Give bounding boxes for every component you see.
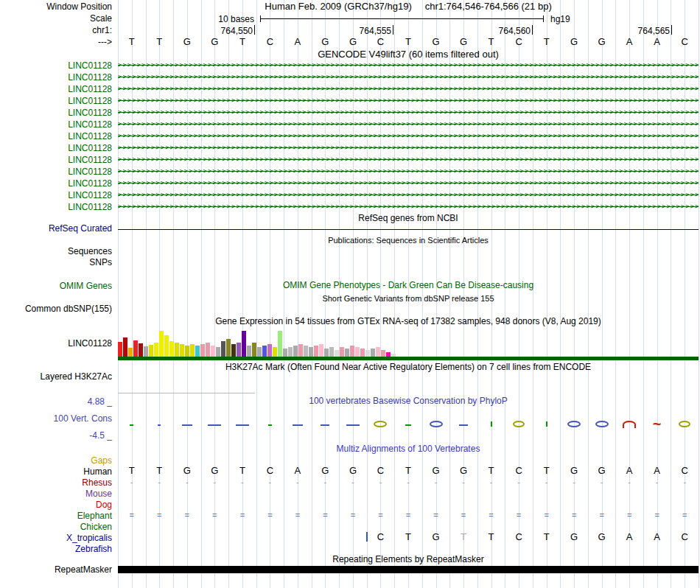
gtex-expression-bar[interactable] <box>267 344 272 357</box>
gencode-item-label[interactable]: LINC01128 <box>0 96 112 106</box>
gtex-expression-bar[interactable] <box>164 335 169 357</box>
gtex-gene-model-bar[interactable] <box>118 357 699 360</box>
gtex-expression-bar[interactable] <box>175 343 179 357</box>
gencode-transcript-arrows[interactable]: >>>>>>>>>>>>>>>>>>>>>>>>>>>>>>>>>>>>>>>>… <box>118 166 699 176</box>
gtex-expression-bar[interactable] <box>278 331 282 357</box>
gencode-item-label[interactable]: LINC01128 <box>0 178 112 189</box>
multiz-species-label[interactable]: X_tropicalis <box>0 533 112 543</box>
gtex-expression-bar[interactable] <box>118 342 122 357</box>
gencode-transcript-arrows[interactable]: >>>>>>>>>>>>>>>>>>>>>>>>>>>>>>>>>>>>>>>>… <box>118 154 699 164</box>
gencode-transcript-arrows[interactable]: >>>>>>>>>>>>>>>>>>>>>>>>>>>>>>>>>>>>>>>>… <box>118 71 699 82</box>
publications-snps-label[interactable]: SNPs <box>0 258 112 267</box>
gencode-item-label[interactable]: LINC01128 <box>0 119 112 130</box>
dbsnp-track-title[interactable]: Short Genetic Variants from dbSNP releas… <box>118 294 699 304</box>
gtex-expression-bar[interactable] <box>288 347 293 357</box>
gtex-expression-bar[interactable] <box>324 349 329 357</box>
multiz-species-label[interactable]: Human <box>0 466 112 477</box>
gencode-transcript-arrows[interactable]: >>>>>>>>>>>>>>>>>>>>>>>>>>>>>>>>>>>>>>>>… <box>118 95 699 105</box>
gencode-item-label[interactable]: LINC01128 <box>0 143 112 153</box>
gtex-expression-chart[interactable] <box>118 329 699 357</box>
gencode-item-label[interactable]: LINC01128 <box>0 131 112 141</box>
refseq-curated-label[interactable]: RefSeq Curated <box>0 224 112 234</box>
gtex-expression-bar[interactable] <box>231 344 236 357</box>
gtex-expression-bar[interactable] <box>159 331 164 357</box>
gtex-expression-bar[interactable] <box>314 346 318 357</box>
multiz-species-label[interactable]: Chicken <box>0 522 112 532</box>
gencode-item-label[interactable]: LINC01128 <box>0 202 112 212</box>
gtex-expression-bar[interactable] <box>381 350 385 357</box>
gtex-expression-bar[interactable] <box>200 344 205 357</box>
gtex-track-title[interactable]: Gene Expression in 54 tissues from GTEx … <box>118 317 699 326</box>
phylop-track-label[interactable]: 100 Vert. Cons <box>0 414 112 424</box>
gtex-expression-bar[interactable] <box>185 346 189 357</box>
gtex-expression-bar[interactable] <box>133 340 138 357</box>
refseq-track-title[interactable]: RefSeq genes from NCBI <box>118 214 699 223</box>
gtex-expression-bar[interactable] <box>340 347 344 357</box>
gtex-expression-bar[interactable] <box>365 350 370 357</box>
gencode-item-label[interactable]: LINC01128 <box>0 190 112 200</box>
gtex-expression-bar[interactable] <box>221 341 225 357</box>
gtex-expression-bar[interactable] <box>257 347 262 357</box>
gencode-item-label[interactable]: LINC01128 <box>0 84 112 94</box>
gtex-expression-bar[interactable] <box>247 346 251 357</box>
gtex-expression-bar[interactable] <box>262 346 267 357</box>
gencode-item-label[interactable]: LINC01128 <box>0 60 112 71</box>
omim-genes-label[interactable]: OMIM Genes <box>0 281 112 291</box>
publications-track-title[interactable]: Publications: Sequences in Scientific Ar… <box>118 236 699 245</box>
gencode-item-label[interactable]: LINC01128 <box>0 155 112 165</box>
gtex-expression-bar[interactable] <box>149 345 153 357</box>
gtex-expression-bar[interactable] <box>180 344 184 357</box>
gencode-item-label[interactable]: LINC01128 <box>0 167 112 177</box>
gtex-expression-bar[interactable] <box>319 344 323 357</box>
gencode-transcript-arrows[interactable]: >>>>>>>>>>>>>>>>>>>>>>>>>>>>>>>>>>>>>>>>… <box>118 142 699 153</box>
h3k27ac-label[interactable]: Layered H3K27Ac <box>0 372 112 382</box>
multiz-species-label[interactable]: Zebrafish <box>0 544 112 554</box>
repeatmasker-item-bar[interactable] <box>118 566 699 573</box>
multiz-track-title[interactable]: Multiz Alignments of 100 Vertebrates <box>118 444 699 454</box>
gencode-transcript-arrows[interactable]: >>>>>>>>>>>>>>>>>>>>>>>>>>>>>>>>>>>>>>>>… <box>118 119 699 129</box>
genome-browser-image[interactable]: Window Position Human Feb. 2009 (GRCh37/… <box>0 0 700 588</box>
dbsnp-label[interactable]: Common dbSNP(155) <box>0 304 112 314</box>
gtex-expression-bar[interactable] <box>144 346 148 357</box>
gtex-expression-bar[interactable] <box>309 347 313 357</box>
gtex-expression-bar[interactable] <box>252 343 256 357</box>
gencode-item-label[interactable]: LINC01128 <box>0 108 112 118</box>
gtex-expression-bar[interactable] <box>283 349 287 357</box>
phylop-conservation-marks[interactable]: ~ <box>118 416 699 433</box>
h3k27ac-track-title[interactable]: H3K27Ac Mark (Often Found Near Active Re… <box>118 363 699 372</box>
multiz-species-label[interactable]: Rhesus <box>0 477 112 488</box>
gtex-expression-bar[interactable] <box>242 331 246 357</box>
gtex-expression-bar[interactable] <box>376 347 380 357</box>
refseq-curated-item[interactable] <box>118 229 699 230</box>
gtex-expression-bar[interactable] <box>371 349 375 357</box>
gtex-expression-bar[interactable] <box>335 350 339 357</box>
phylop-track-title[interactable]: 100 vertebrates Basewise Conservation by… <box>118 396 699 406</box>
gencode-track-title[interactable]: GENCODE V49lift37 (60 items filtered out… <box>118 49 699 59</box>
gtex-expression-bar[interactable] <box>211 346 215 357</box>
gtex-expression-bar[interactable] <box>345 349 349 357</box>
gtex-expression-bar[interactable] <box>206 343 210 357</box>
gtex-expression-bar[interactable] <box>293 346 298 357</box>
gtex-expression-bar[interactable] <box>360 349 365 357</box>
repeatmasker-track-title[interactable]: Repeating Elements by RepeatMasker <box>118 555 699 564</box>
gencode-transcript-arrows[interactable]: >>>>>>>>>>>>>>>>>>>>>>>>>>>>>>>>>>>>>>>>… <box>118 201 699 211</box>
gencode-transcript-arrows[interactable]: >>>>>>>>>>>>>>>>>>>>>>>>>>>>>>>>>>>>>>>>… <box>118 178 699 188</box>
multiz-species-label[interactable]: Gaps <box>0 455 112 466</box>
gtex-expression-bar[interactable] <box>154 343 158 357</box>
gtex-expression-bar[interactable] <box>273 347 277 357</box>
gtex-expression-bar[interactable] <box>123 337 127 357</box>
gtex-expression-bar[interactable] <box>304 346 308 357</box>
gencode-transcript-arrows[interactable]: >>>>>>>>>>>>>>>>>>>>>>>>>>>>>>>>>>>>>>>>… <box>118 107 699 117</box>
gencode-transcript-arrows[interactable]: >>>>>>>>>>>>>>>>>>>>>>>>>>>>>>>>>>>>>>>>… <box>118 83 699 94</box>
gencode-item-label[interactable]: LINC01128 <box>0 72 112 83</box>
multiz-species-label[interactable]: Mouse <box>0 489 112 499</box>
gtex-expression-bar[interactable] <box>355 347 360 357</box>
gencode-transcript-arrows[interactable]: >>>>>>>>>>>>>>>>>>>>>>>>>>>>>>>>>>>>>>>>… <box>118 130 699 141</box>
gtex-expression-bar[interactable] <box>298 344 303 357</box>
gtex-expression-bar[interactable] <box>195 346 200 357</box>
gtex-expression-bar[interactable] <box>169 341 174 357</box>
gencode-transcript-arrows[interactable]: >>>>>>>>>>>>>>>>>>>>>>>>>>>>>>>>>>>>>>>>… <box>118 189 699 200</box>
gtex-expression-bar[interactable] <box>216 347 220 357</box>
gtex-expression-bar[interactable] <box>237 343 241 357</box>
gtex-gene-label[interactable]: LINC01128 <box>0 339 112 349</box>
